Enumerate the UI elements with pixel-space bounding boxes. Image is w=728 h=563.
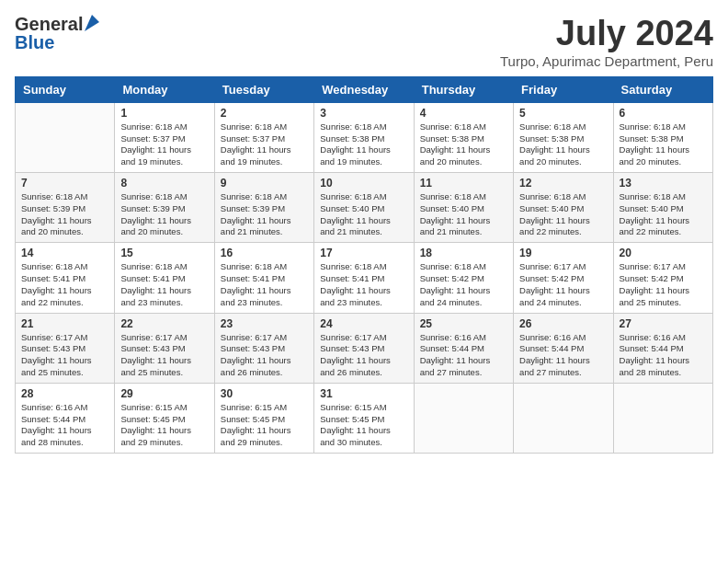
cell-info: Sunrise: 6:18 AM Sunset: 5:41 PM Dayligh… [221, 261, 308, 308]
cell-info: Sunrise: 6:15 AM Sunset: 5:45 PM Dayligh… [320, 402, 407, 449]
cell-info: Sunrise: 6:18 AM Sunset: 5:41 PM Dayligh… [320, 261, 407, 308]
month-title: July 2024 [500, 15, 713, 53]
cell-info: Sunrise: 6:15 AM Sunset: 5:45 PM Dayligh… [120, 402, 208, 449]
day-number: 14 [21, 247, 108, 259]
day-number: 7 [21, 177, 108, 190]
calendar-cell: 9Sunrise: 6:18 AM Sunset: 5:39 PM Daylig… [214, 173, 313, 243]
day-number: 27 [620, 317, 707, 330]
calendar-cell: 25Sunrise: 6:16 AM Sunset: 5:44 PM Dayli… [414, 313, 513, 383]
cell-info: Sunrise: 6:18 AM Sunset: 5:40 PM Dayligh… [519, 191, 607, 238]
logo-blue: Blue [15, 33, 54, 52]
calendar-cell: 16Sunrise: 6:18 AM Sunset: 5:41 PM Dayli… [214, 243, 313, 313]
day-number: 28 [21, 387, 108, 400]
cell-info: Sunrise: 6:18 AM Sunset: 5:38 PM Dayligh… [620, 121, 707, 168]
calendar-cell: 7Sunrise: 6:18 AM Sunset: 5:39 PM Daylig… [16, 173, 115, 243]
calendar-cell: 27Sunrise: 6:16 AM Sunset: 5:44 PM Dayli… [613, 313, 712, 383]
cell-info: Sunrise: 6:17 AM Sunset: 5:42 PM Dayligh… [519, 261, 607, 308]
calendar-cell [613, 383, 712, 453]
day-number: 17 [320, 247, 407, 259]
cell-info: Sunrise: 6:18 AM Sunset: 5:38 PM Dayligh… [420, 121, 507, 168]
svg-marker-0 [85, 15, 99, 31]
cell-info: Sunrise: 6:16 AM Sunset: 5:44 PM Dayligh… [21, 402, 108, 449]
day-number: 26 [519, 317, 607, 330]
calendar-cell: 24Sunrise: 6:17 AM Sunset: 5:43 PM Dayli… [314, 313, 414, 383]
cell-info: Sunrise: 6:17 AM Sunset: 5:42 PM Dayligh… [620, 261, 707, 308]
calendar-cell: 26Sunrise: 6:16 AM Sunset: 5:44 PM Dayli… [514, 313, 613, 383]
logo: General Blue [15, 15, 99, 52]
calendar-cell: 30Sunrise: 6:15 AM Sunset: 5:45 PM Dayli… [214, 383, 313, 453]
day-number: 20 [620, 247, 707, 259]
day-number: 2 [221, 107, 308, 120]
calendar-cell: 8Sunrise: 6:18 AM Sunset: 5:39 PM Daylig… [115, 173, 214, 243]
day-number: 13 [620, 177, 707, 190]
calendar-cell: 3Sunrise: 6:18 AM Sunset: 5:38 PM Daylig… [314, 102, 414, 172]
calendar-cell: 4Sunrise: 6:18 AM Sunset: 5:38 PM Daylig… [414, 102, 513, 172]
day-number: 3 [320, 107, 407, 120]
cell-info: Sunrise: 6:17 AM Sunset: 5:43 PM Dayligh… [21, 332, 108, 379]
cell-info: Sunrise: 6:16 AM Sunset: 5:44 PM Dayligh… [620, 332, 707, 379]
calendar-cell [414, 383, 513, 453]
day-of-week-header: Saturday [613, 76, 712, 102]
cell-info: Sunrise: 6:16 AM Sunset: 5:44 PM Dayligh… [519, 332, 607, 379]
calendar-cell [16, 102, 115, 172]
calendar-cell: 1Sunrise: 6:18 AM Sunset: 5:37 PM Daylig… [115, 102, 214, 172]
day-number: 4 [420, 107, 507, 120]
day-number: 11 [420, 177, 507, 190]
calendar-cell: 5Sunrise: 6:18 AM Sunset: 5:38 PM Daylig… [514, 102, 613, 172]
day-number: 10 [320, 177, 407, 190]
cell-info: Sunrise: 6:18 AM Sunset: 5:39 PM Dayligh… [120, 191, 208, 238]
calendar-cell: 19Sunrise: 6:17 AM Sunset: 5:42 PM Dayli… [514, 243, 613, 313]
day-of-week-header: Tuesday [214, 76, 313, 102]
day-number: 30 [221, 387, 308, 400]
day-number: 24 [320, 317, 407, 330]
location-title: Turpo, Apurimac Department, Peru [500, 53, 713, 69]
calendar-cell: 18Sunrise: 6:18 AM Sunset: 5:42 PM Dayli… [414, 243, 513, 313]
day-number: 18 [420, 247, 507, 259]
day-number: 16 [221, 247, 308, 259]
day-number: 23 [221, 317, 308, 330]
day-of-week-header: Wednesday [314, 76, 414, 102]
header: General Blue July 2024 Turpo, Apurimac D… [15, 15, 713, 69]
calendar-cell: 29Sunrise: 6:15 AM Sunset: 5:45 PM Dayli… [115, 383, 214, 453]
calendar-cell: 14Sunrise: 6:18 AM Sunset: 5:41 PM Dayli… [16, 243, 115, 313]
calendar-cell: 22Sunrise: 6:17 AM Sunset: 5:43 PM Dayli… [115, 313, 214, 383]
calendar-cell: 10Sunrise: 6:18 AM Sunset: 5:40 PM Dayli… [314, 173, 414, 243]
day-of-week-header: Monday [115, 76, 214, 102]
calendar-cell: 13Sunrise: 6:18 AM Sunset: 5:40 PM Dayli… [613, 173, 712, 243]
calendar-header-row: SundayMondayTuesdayWednesdayThursdayFrid… [16, 76, 713, 102]
cell-info: Sunrise: 6:15 AM Sunset: 5:45 PM Dayligh… [221, 402, 308, 449]
calendar-cell: 17Sunrise: 6:18 AM Sunset: 5:41 PM Dayli… [314, 243, 414, 313]
day-number: 6 [620, 107, 707, 120]
cell-info: Sunrise: 6:16 AM Sunset: 5:44 PM Dayligh… [420, 332, 507, 379]
cell-info: Sunrise: 6:18 AM Sunset: 5:40 PM Dayligh… [620, 191, 707, 238]
calendar-cell: 28Sunrise: 6:16 AM Sunset: 5:44 PM Dayli… [16, 383, 115, 453]
day-number: 29 [120, 387, 208, 400]
calendar-cell: 11Sunrise: 6:18 AM Sunset: 5:40 PM Dayli… [414, 173, 513, 243]
day-number: 22 [120, 317, 208, 330]
day-number: 1 [120, 107, 208, 120]
cell-info: Sunrise: 6:18 AM Sunset: 5:40 PM Dayligh… [320, 191, 407, 238]
calendar-cell [514, 383, 613, 453]
day-number: 12 [519, 177, 607, 190]
calendar-table: SundayMondayTuesdayWednesdayThursdayFrid… [15, 76, 713, 454]
day-of-week-header: Sunday [16, 76, 115, 102]
calendar-cell: 21Sunrise: 6:17 AM Sunset: 5:43 PM Dayli… [16, 313, 115, 383]
cell-info: Sunrise: 6:18 AM Sunset: 5:41 PM Dayligh… [21, 261, 108, 308]
day-number: 25 [420, 317, 507, 330]
calendar-cell: 20Sunrise: 6:17 AM Sunset: 5:42 PM Dayli… [613, 243, 712, 313]
day-of-week-header: Thursday [414, 76, 513, 102]
day-number: 5 [519, 107, 607, 120]
day-number: 19 [519, 247, 607, 259]
cell-info: Sunrise: 6:18 AM Sunset: 5:41 PM Dayligh… [120, 261, 208, 308]
calendar-cell: 2Sunrise: 6:18 AM Sunset: 5:37 PM Daylig… [214, 102, 313, 172]
calendar-cell: 15Sunrise: 6:18 AM Sunset: 5:41 PM Dayli… [115, 243, 214, 313]
cell-info: Sunrise: 6:18 AM Sunset: 5:38 PM Dayligh… [519, 121, 607, 168]
cell-info: Sunrise: 6:18 AM Sunset: 5:37 PM Dayligh… [221, 121, 308, 168]
cell-info: Sunrise: 6:18 AM Sunset: 5:40 PM Dayligh… [420, 191, 507, 238]
cell-info: Sunrise: 6:17 AM Sunset: 5:43 PM Dayligh… [221, 332, 308, 379]
logo-bird-icon [85, 15, 99, 31]
cell-info: Sunrise: 6:18 AM Sunset: 5:39 PM Dayligh… [21, 191, 108, 238]
calendar-cell: 6Sunrise: 6:18 AM Sunset: 5:38 PM Daylig… [613, 102, 712, 172]
calendar-cell: 12Sunrise: 6:18 AM Sunset: 5:40 PM Dayli… [514, 173, 613, 243]
day-number: 8 [120, 177, 208, 190]
